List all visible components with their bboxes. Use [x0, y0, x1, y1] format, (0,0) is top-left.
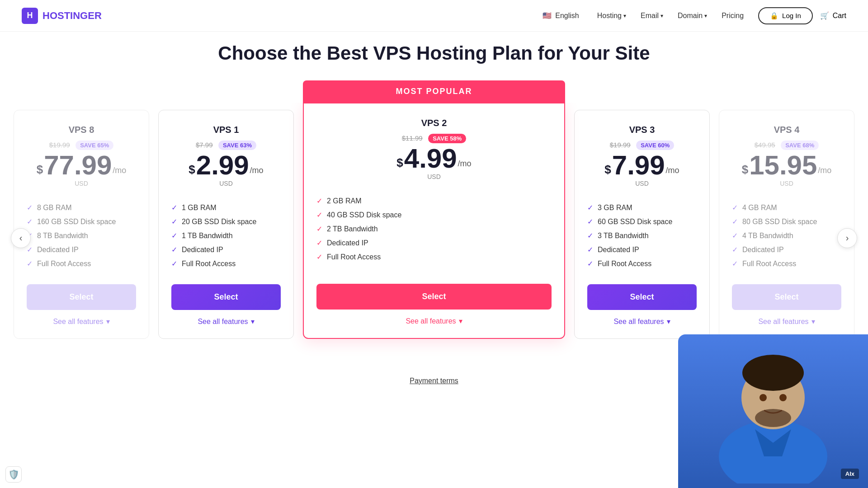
feature-item: ✓Dedicated IP — [316, 239, 552, 247]
logo[interactable]: H HOSTINGER — [22, 8, 102, 24]
nav-link-hosting[interactable]: Hosting ▾ — [597, 12, 626, 20]
see-all-features-vps2[interactable]: See all features ▾ — [316, 317, 552, 325]
check-icon: ✓ — [316, 253, 322, 261]
per-mo: /mo — [250, 166, 264, 175]
nav-link-email[interactable]: Email ▾ — [641, 12, 663, 20]
plan-card-vps4: VPS 4 $49.95 SAVE 68% $ 15.95 /mo USD ✓4… — [719, 110, 854, 339]
per-mo: /mo — [458, 159, 472, 169]
chevron-down-icon: ▾ — [704, 13, 707, 19]
plan-price: 4.99 — [404, 145, 457, 172]
most-popular-banner: MOST POPULAR — [303, 80, 565, 103]
shield-icon[interactable]: 🛡️ — [5, 466, 22, 483]
feature-item: ✓Full Root Access — [171, 259, 281, 268]
plan-pricing: $19.99 SAVE 60% $ 7.99 /mo USD — [587, 141, 697, 187]
nav-links: Hosting ▾ Email ▾ Domain ▾ Pricing — [597, 12, 744, 20]
currency-symbol: $ — [742, 164, 748, 175]
language-selector[interactable]: 🇺🇸 English — [542, 11, 579, 20]
check-icon: ✓ — [732, 217, 738, 226]
logo-text: HOSTINGER — [42, 10, 102, 22]
check-icon: ✓ — [316, 211, 322, 219]
plan-features: ✓3 GB RAM ✓60 GB SSD Disk space ✓3 TB Ba… — [587, 203, 697, 273]
cart-button[interactable]: 🛒 Cart — [820, 11, 846, 20]
feature-item: ✓8 TB Bandwidth — [27, 231, 136, 240]
currency-symbol: $ — [396, 157, 403, 169]
original-price: $7.99 — [196, 141, 213, 149]
feature-item: ✓Full Root Access — [732, 259, 841, 268]
feature-item: ✓Full Root Access — [587, 259, 697, 268]
plan-name: VPS 1 — [171, 125, 281, 135]
login-button[interactable]: 🔒 Log In — [758, 7, 813, 24]
check-icon: ✓ — [316, 239, 322, 247]
currency-label: USD — [732, 180, 841, 187]
chevron-down-icon: ▾ — [667, 317, 670, 326]
save-badge: SAVE 60% — [636, 141, 674, 150]
plan-card-vps3: VPS 3 $19.99 SAVE 60% $ 7.99 /mo USD ✓3 … — [574, 110, 710, 339]
nav-link-pricing[interactable]: Pricing — [722, 12, 744, 20]
select-button-vps1[interactable]: Select — [171, 284, 281, 310]
feature-item: ✓40 GB SSD Disk space — [316, 211, 552, 219]
chevron-down-icon: ▾ — [623, 13, 626, 19]
select-button-vps8[interactable]: Select — [27, 284, 136, 310]
check-icon: ✓ — [171, 231, 177, 240]
plan-pricing: $11.99 SAVE 58% $ 4.99 /mo USD — [316, 134, 552, 180]
plan-price: 7.99 — [612, 152, 665, 179]
price-row: $ 4.99 /mo — [316, 145, 552, 172]
check-icon: ✓ — [27, 203, 33, 212]
check-icon: ✓ — [316, 197, 322, 205]
lang-flag: 🇺🇸 — [542, 11, 552, 20]
chevron-down-icon: ▾ — [251, 317, 255, 326]
check-icon: ✓ — [27, 217, 33, 226]
person-image — [678, 334, 868, 488]
svg-point-2 — [742, 355, 804, 391]
select-button-vps4[interactable]: Select — [732, 284, 841, 310]
feature-item: ✓60 GB SSD Disk space — [587, 217, 697, 226]
feature-item: ✓3 GB RAM — [587, 203, 697, 212]
check-icon: ✓ — [171, 259, 177, 268]
see-all-features-vps3[interactable]: See all features ▾ — [587, 317, 697, 326]
select-button-vps3[interactable]: Select — [587, 284, 697, 310]
currency-label: USD — [171, 180, 281, 187]
nav-link-domain[interactable]: Domain ▾ — [678, 12, 707, 20]
see-all-features-vps8[interactable]: See all features ▾ — [27, 317, 136, 326]
currency-symbol: $ — [189, 164, 195, 175]
select-button-vps2[interactable]: Select — [316, 284, 552, 310]
svg-point-4 — [779, 394, 787, 401]
page-title-section: Choose the Best VPS Hosting Plan for You… — [0, 32, 868, 71]
per-mo: /mo — [666, 166, 679, 175]
lang-label: English — [555, 12, 579, 20]
currency-label: USD — [316, 173, 552, 180]
check-icon: ✓ — [171, 203, 177, 212]
chevron-down-icon: ▾ — [459, 317, 462, 325]
plan-name: VPS 2 — [316, 118, 552, 128]
check-icon: ✓ — [587, 245, 593, 254]
see-all-features-vps4[interactable]: See all features ▾ — [732, 317, 841, 326]
price-row: $ 15.95 /mo — [732, 152, 841, 179]
check-icon: ✓ — [587, 259, 593, 268]
svg-point-5 — [755, 409, 791, 427]
original-price: $11.99 — [402, 134, 423, 142]
save-badge: SAVE 58% — [428, 134, 466, 143]
prev-plan-button[interactable]: ‹ — [11, 228, 31, 248]
next-plan-button[interactable]: › — [837, 228, 857, 248]
check-icon: ✓ — [587, 217, 593, 226]
per-mo: /mo — [113, 166, 126, 175]
svg-point-3 — [760, 394, 767, 401]
plan-name: VPS 8 — [27, 125, 136, 135]
feature-item: ✓2 TB Bandwidth — [316, 225, 552, 233]
feature-item: ✓4 TB Bandwidth — [732, 231, 841, 240]
plan-pricing: $49.95 SAVE 68% $ 15.95 /mo USD — [732, 141, 841, 187]
check-icon: ✓ — [732, 245, 738, 254]
check-icon: ✓ — [171, 217, 177, 226]
currency-symbol: $ — [37, 164, 43, 175]
plan-features: ✓2 GB RAM ✓40 GB SSD Disk space ✓2 TB Ba… — [316, 197, 552, 273]
feature-item: ✓20 GB SSD Disk space — [171, 217, 281, 226]
price-row: $ 2.99 /mo — [171, 152, 281, 179]
save-badge: SAVE 68% — [781, 141, 819, 150]
feature-item: ✓Dedicated IP — [587, 245, 697, 254]
see-all-features-vps1[interactable]: See all features ▾ — [171, 317, 281, 326]
feature-item: ✓4 GB RAM — [732, 203, 841, 212]
price-row: $ 7.99 /mo — [587, 152, 697, 179]
feature-item: ✓8 GB RAM — [27, 203, 136, 212]
plan-features: ✓8 GB RAM ✓160 GB SSD Disk space ✓8 TB B… — [27, 203, 136, 273]
check-icon: ✓ — [27, 245, 33, 254]
